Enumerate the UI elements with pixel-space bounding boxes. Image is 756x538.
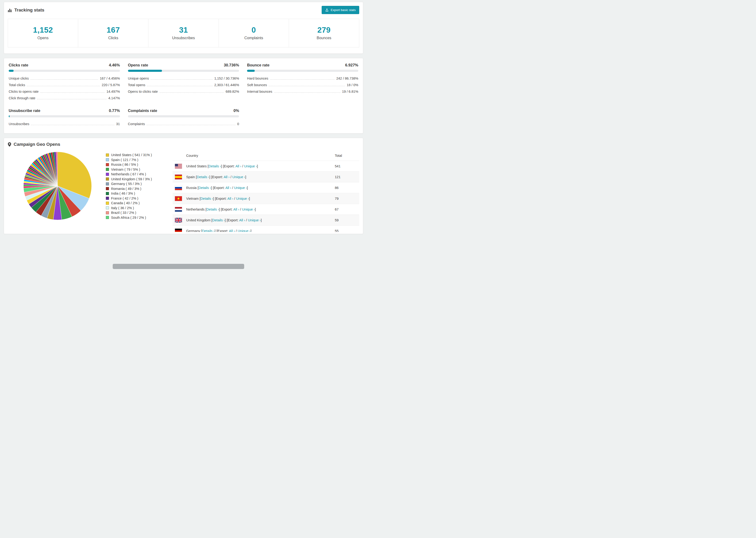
total-cell: 86: [335, 186, 359, 190]
legend-item: Brazil ( 33 / 2% ): [106, 210, 152, 215]
country-cell: Russia [Details ›] [Export: All › / Uniq…: [186, 186, 335, 190]
export-basic-stats-button[interactable]: Export basic stats: [322, 6, 359, 14]
legend-swatch: [106, 211, 109, 214]
stat-value: 1,152: [8, 26, 78, 34]
legend-label: Vietnam ( 79 / 5% ): [111, 168, 140, 171]
horizontal-scrollbar-thumb[interactable]: [113, 264, 244, 269]
table-row: Germany [Details ›] [Export: All › / Uni…: [173, 225, 359, 232]
geo-table-header: Country Total: [173, 151, 359, 161]
progress-bar: [128, 70, 239, 72]
export-all-link[interactable]: All ›: [229, 229, 235, 232]
geo-table-body: United States [Details ›] [Export: All ›…: [173, 161, 359, 232]
details-link[interactable]: Details ›: [198, 186, 211, 190]
legend-item: Romania ( 49 / 3% ): [106, 187, 152, 191]
flag-icon-nl: [175, 207, 182, 212]
stat-value: 167: [78, 26, 148, 34]
geo-table: Country Total United States [Details ›] …: [173, 151, 359, 232]
rate-row-label: Hard bounces: [247, 76, 268, 81]
legend-item: Spain ( 121 / 7% ): [106, 157, 152, 162]
flag-icon-es: [175, 175, 182, 179]
rate-title: Opens rate: [128, 63, 148, 67]
details-link[interactable]: Details ›: [202, 229, 215, 232]
dotted-leader: [270, 79, 335, 80]
progress-bar-fill: [9, 115, 10, 117]
export-unique-link[interactable]: Unique ›: [244, 164, 257, 168]
export-unique-link[interactable]: Unique ›: [242, 207, 255, 211]
column-header-total: Total: [335, 154, 359, 157]
rate-row-label: Unsubscribes: [9, 121, 29, 127]
export-unique-link[interactable]: Unique ›: [248, 218, 261, 222]
legend-label: United Kingdom ( 59 / 3% ): [111, 177, 152, 181]
rate-row-value: 31: [116, 121, 120, 127]
table-row: Vietnam [Details ›] [Export: All › / Uni…: [173, 193, 359, 204]
rate-row: Total clicks 220 / 5.87%: [9, 81, 120, 88]
rate-row-label: Internal bounces: [247, 89, 272, 94]
progress-bar-fill: [247, 70, 255, 72]
rate-value: 6.927%: [345, 63, 358, 67]
details-link[interactable]: Details ›: [206, 207, 219, 211]
export-unique-link[interactable]: Unique ›: [238, 229, 250, 232]
rate-row-label: Total clicks: [9, 82, 25, 88]
rate-row: Unique clicks 167 / 4.456%: [9, 75, 120, 81]
legend-item: Netherlands ( 67 / 4% ): [106, 172, 152, 177]
legend-item: United States ( 541 / 31% ): [106, 153, 152, 157]
export-all-link[interactable]: All ›: [225, 186, 231, 190]
rate-header: Clicks rate 4.46%: [9, 63, 120, 67]
geo-title: Campaign Geo Opens: [8, 142, 359, 147]
details-link[interactable]: Details ›: [200, 197, 213, 200]
tracking-stats-card: Tracking stats Export basic stats 1,152 …: [4, 2, 363, 54]
details-link[interactable]: Details ›: [208, 164, 221, 168]
rate-row-value: 18 / 0%: [347, 82, 358, 88]
export-all-link[interactable]: All ›: [236, 164, 242, 168]
rate-row: Complaints 0: [128, 120, 239, 127]
rate-block: Opens rate 30.736% Unique opens 1,152 / …: [128, 63, 239, 101]
geo-title-text: Campaign Geo Opens: [14, 142, 60, 147]
progress-bar: [9, 70, 120, 72]
stat-value: 0: [219, 26, 289, 34]
legend-swatch: [106, 178, 109, 181]
geo-card: Campaign Geo Opens United States ( 541 /…: [4, 138, 363, 234]
legend-label: Romania ( 49 / 3% ): [111, 187, 141, 190]
rate-row: Total opens 2,303 / 61.446%: [128, 81, 239, 88]
details-link[interactable]: Details ›: [212, 218, 225, 222]
map-pin-icon: [8, 142, 11, 147]
geo-pie-chart: [22, 151, 93, 221]
export-all-link[interactable]: All ›: [239, 218, 245, 222]
stats-row: 1,152 Opens 167 Clicks 31 Unsubscribes 0…: [4, 17, 363, 54]
details-link[interactable]: Details ›: [197, 175, 209, 179]
legend-swatch: [106, 206, 109, 209]
rate-block: Complaints rate 0% Complaints 0: [128, 108, 239, 127]
total-cell: 79: [335, 197, 359, 200]
export-all-link[interactable]: All ›: [224, 175, 230, 179]
stat-label: Opens: [8, 36, 78, 40]
export-unique-link[interactable]: Unique ›: [236, 197, 249, 200]
rate-row-label: Total opens: [128, 82, 145, 88]
legend-swatch: [106, 158, 109, 161]
dotted-leader: [146, 125, 236, 125]
total-cell: 59: [335, 218, 359, 222]
tracking-stats-title-text: Tracking stats: [14, 8, 44, 13]
tracking-stats-title: Tracking stats: [8, 8, 44, 13]
legend-label: France ( 42 / 2% ): [111, 196, 138, 200]
progress-bar: [247, 70, 358, 72]
export-unique-link[interactable]: Unique ›: [234, 186, 247, 190]
rate-row: Unique opens 1,152 / 30.736%: [128, 75, 239, 81]
export-unique-link[interactable]: Unique ›: [233, 175, 245, 179]
total-cell: 541: [335, 164, 359, 168]
rate-row-label: Opens to clicks rate: [128, 89, 158, 94]
rate-row-value: 1,152 / 30.736%: [214, 76, 239, 81]
total-cell: 121: [335, 175, 359, 179]
legend-label: Brazil ( 33 / 2% ): [111, 211, 136, 215]
rate-row: Internal bounces 19 / 6.81%: [247, 88, 358, 94]
rates-card: Clicks rate 4.46% Unique clicks 167 / 4.…: [4, 58, 363, 134]
table-row: Russia [Details ›] [Export: All › / Uniq…: [173, 182, 359, 193]
rate-header: Opens rate 30.736%: [128, 63, 239, 67]
progress-bar-fill: [128, 70, 162, 72]
country-cell: Spain [Details ›] [Export: All › / Uniqu…: [186, 175, 335, 179]
rate-value: 0.77%: [109, 108, 120, 113]
export-all-link[interactable]: All ›: [228, 197, 233, 200]
rate-row-label: Click through rate: [9, 95, 35, 101]
export-all-link[interactable]: All ›: [233, 207, 239, 211]
country-cell: United States [Details ›] [Export: All ›…: [186, 164, 335, 168]
legend-item: Canada ( 40 / 2% ): [106, 201, 152, 206]
